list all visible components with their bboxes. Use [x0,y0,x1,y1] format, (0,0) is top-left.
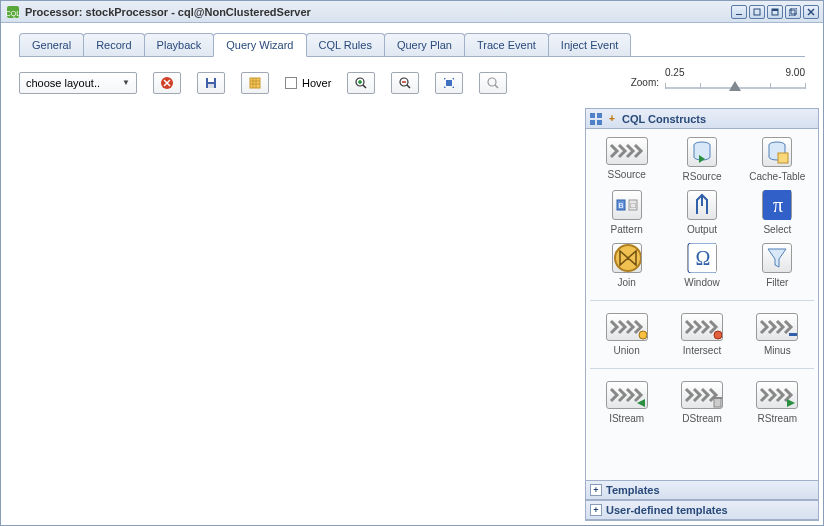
construct-minus[interactable]: Minus [741,313,814,356]
svg-rect-5 [772,9,778,11]
chev-union-icon [606,313,648,341]
chev-intersect-icon [681,313,723,341]
svg-rect-52 [713,397,722,399]
svg-rect-34 [597,120,602,125]
construct-label: Select [763,224,791,235]
construct-label: Intersect [683,345,721,356]
zoom-fit-button[interactable] [435,72,463,94]
construct-intersect[interactable]: Intersect [665,313,738,356]
chev-rstream-icon [756,381,798,409]
zoom-out-button[interactable] [391,72,419,94]
construct-label: SSource [607,169,645,180]
svg-rect-51 [714,398,721,407]
svg-line-26 [407,85,410,88]
construct-union[interactable]: Union [590,313,663,356]
svg-text:CQL: CQL [6,10,21,18]
construct-rstream[interactable]: RStream [741,381,814,424]
main-area: + CQL Constructs SSourceRSourceCache-Tab… [5,108,819,521]
tab-playback[interactable]: Playback [144,33,215,56]
svg-rect-15 [208,84,214,88]
chev-minus-icon [756,313,798,341]
filter-icon [762,243,792,273]
construct-select[interactable]: πSelect [741,190,814,235]
construct-label: RSource [683,171,722,182]
app-icon: CQL [5,4,21,20]
svg-rect-6 [791,8,797,14]
tab-cql-rules[interactable]: CQL Rules [306,33,385,56]
maximize2-button[interactable] [785,5,801,19]
close-button[interactable] [803,5,819,19]
save-button[interactable] [197,72,225,94]
construct-rsource[interactable]: RSource [665,137,738,182]
titlebar: CQL Processor: stockProcessor - cql@NonC… [1,1,823,23]
svg-text:□: □ [630,201,635,210]
minimize-button[interactable] [731,5,747,19]
pi-icon: π [762,190,792,220]
zoom-reset-button[interactable] [479,72,507,94]
constructs-body: SSourceRSourceCache-TableB□PatternOutput… [586,129,818,480]
omega-icon: Ω [687,243,717,273]
tab-inject-event[interactable]: Inject Event [548,33,631,56]
svg-rect-2 [736,14,742,15]
bowtie-icon [612,243,642,273]
expand-icon: + [590,484,602,496]
hover-label: Hover [302,77,331,89]
window-title: Processor: stockProcessor - cql@NonClust… [25,6,731,18]
tab-query-plan[interactable]: Query Plan [384,33,465,56]
construct-join[interactable]: Join [590,243,663,288]
construct-label: Join [617,277,635,288]
tab-general[interactable]: General [19,33,84,56]
construct-ssource[interactable]: SSource [590,137,663,182]
construct-filter[interactable]: Filter [741,243,814,288]
panel-templates-header[interactable]: + Templates [586,480,818,500]
tab-record[interactable]: Record [83,33,144,56]
grid-button[interactable] [241,72,269,94]
slider-handle[interactable] [729,81,741,91]
construct-label: Union [614,345,640,356]
toolbar: choose layout.. ▼ Hover Zoom: 0.25 9.00 [1,57,823,108]
svg-point-49 [714,331,722,339]
construct-cache-table[interactable]: Cache-Table [741,137,814,182]
pattern-icon: B□ [612,190,642,220]
maximize-button[interactable] [767,5,783,19]
construct-istream[interactable]: IStream [590,381,663,424]
svg-line-22 [363,85,366,88]
svg-line-30 [495,85,498,88]
panel-title: Templates [606,484,660,496]
chev-dstream-icon [681,381,723,409]
construct-label: Window [684,277,720,288]
layout-select[interactable]: choose layout.. ▼ [19,72,137,94]
toolbar-group-zoom [347,72,507,94]
zoom-in-button[interactable] [347,72,375,94]
svg-text:π: π [773,194,783,216]
db-cache-icon [762,137,792,167]
construct-window[interactable]: ΩWindow [665,243,738,288]
svg-rect-3 [754,9,760,15]
canvas[interactable] [5,108,585,521]
zoom-slider[interactable] [665,78,805,98]
hover-checkbox[interactable]: Hover [285,77,331,89]
construct-label: Filter [766,277,788,288]
construct-label: Output [687,224,717,235]
zoom-max-label: 9.00 [786,67,805,78]
chevron-down-icon: ▼ [122,78,130,87]
restore-button[interactable] [749,5,765,19]
construct-output[interactable]: Output [665,190,738,235]
zoom-min-label: 0.25 [665,67,684,78]
construct-label: Pattern [611,224,643,235]
side-panel: + CQL Constructs SSourceRSourceCache-Tab… [585,108,819,521]
construct-label: Minus [764,345,791,356]
construct-label: Cache-Table [749,171,805,182]
panel-cql-constructs-header[interactable]: + CQL Constructs [586,109,818,129]
construct-pattern[interactable]: B□Pattern [590,190,663,235]
panel-userdef-header[interactable]: + User-defined templates [586,500,818,520]
panel-title: CQL Constructs [622,113,706,125]
delete-button[interactable] [153,72,181,94]
svg-rect-31 [590,113,595,118]
expand-icon: + [590,504,602,516]
grid-icon [590,113,602,125]
tab-trace-event[interactable]: Trace Event [464,33,549,56]
svg-text:B: B [618,201,623,210]
tab-query-wizard[interactable]: Query Wizard [213,33,306,57]
construct-dstream[interactable]: DStream [665,381,738,424]
